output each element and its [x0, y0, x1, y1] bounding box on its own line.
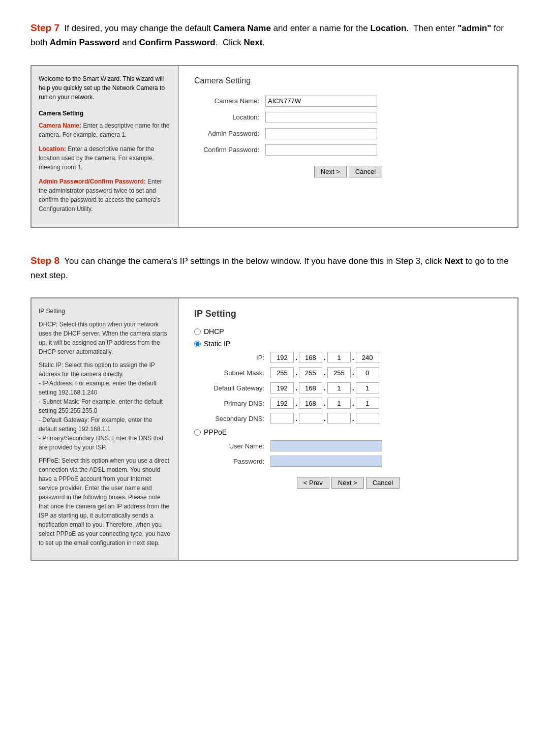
step7-wizard-panel: Welcome to the Smart Wizard. This wizard… — [30, 65, 518, 228]
step8-gateway-dot3: . — [352, 384, 355, 392]
step8-ip-dot2: . — [323, 353, 326, 361]
step8-secondary-dns-row: Secondary DNS: . . . — [194, 413, 502, 424]
step8-ip-part1[interactable] — [270, 352, 294, 363]
step8-gateway-part1[interactable] — [270, 382, 294, 394]
step8-password-row: Password: — [194, 456, 502, 467]
step8-subnet-dot1: . — [295, 369, 298, 377]
step8-gateway-part4[interactable] — [356, 382, 379, 394]
step8-pppoe-radio[interactable] — [194, 429, 201, 436]
step8-static-help: Static IP: Select this option to assign … — [39, 360, 171, 452]
step7-camera-name-label: Camera Name: — [194, 97, 265, 105]
step8-username-input[interactable] — [270, 440, 382, 451]
step8-static-radio-label[interactable]: Static IP — [204, 340, 230, 348]
step8-primary-dns-parts: . . . — [270, 398, 379, 409]
step8-gateway-part3[interactable] — [327, 382, 351, 394]
step8-prev-button[interactable]: < Prev — [297, 477, 329, 489]
step7-camera-name-input[interactable] — [265, 96, 377, 107]
step8-ip-dot1: . — [295, 353, 298, 361]
step8-subnet-part2[interactable] — [299, 367, 322, 378]
step8-primary-dns-row: Primary DNS: . . . — [194, 398, 502, 409]
step8-subnet-label: Subnet Mask: — [194, 369, 270, 377]
step7-admin-password-input[interactable] — [265, 128, 377, 139]
step7-next-button[interactable]: Next > — [314, 166, 347, 177]
step7-password-title: Admin Password/Confirm Password: — [39, 178, 146, 185]
step8-static-radio-row: Static IP — [194, 340, 502, 348]
step7-admin-password-row: Admin Password: — [194, 128, 502, 139]
step7-button-row: Next > Cancel — [194, 166, 502, 177]
step8-primary-dns-dot3: . — [352, 399, 355, 407]
step8-subnet-dot2: . — [323, 369, 326, 377]
step8-panel-title: IP Setting — [194, 309, 502, 319]
step8-secondary-dns-label: Secondary DNS: — [194, 415, 270, 422]
step7-camera-name-help: Camera Name: Enter a descriptive name fo… — [39, 121, 171, 139]
step8-username-row: User Name: — [194, 440, 502, 451]
step7-location-title: Location: — [39, 145, 66, 153]
step8-gateway-parts: . . . — [270, 382, 379, 394]
step8-secondary-dns-parts: . . . — [270, 413, 379, 424]
step8-primary-dns-dot2: . — [323, 399, 326, 407]
step8-ip-part2[interactable] — [299, 352, 322, 363]
step8-subnet-row: Subnet Mask: . . . — [194, 367, 502, 378]
step8-subnet-dot3: . — [352, 369, 355, 377]
step7-wizard-right: Camera Setting Camera Name: Location: Ad… — [179, 66, 517, 227]
step8-ip-part3[interactable] — [327, 352, 351, 363]
step7-panel-title: Camera Setting — [194, 76, 502, 85]
step7-section-title: Camera Setting — [39, 109, 171, 118]
step8-primary-dns-part4[interactable] — [356, 398, 379, 409]
step8-secondary-dns-part1[interactable] — [270, 413, 294, 424]
step7-password-help: Admin Password/Confirm Password: Enter t… — [39, 177, 171, 214]
step8-username-label: User Name: — [194, 442, 270, 450]
step7-location-label: Location: — [194, 113, 265, 121]
step7-label: Step 7 — [30, 22, 59, 33]
step8-dhcp-radio[interactable] — [194, 328, 201, 335]
step8-primary-dns-part3[interactable] — [327, 398, 351, 409]
step8-gateway-part2[interactable] — [299, 382, 322, 394]
step8-secondary-dns-part3[interactable] — [327, 413, 351, 424]
step8-primary-dns-label: Primary DNS: — [194, 400, 270, 407]
step8-subnet-part4[interactable] — [356, 367, 379, 378]
step8-ip-row: IP: . . . — [194, 352, 502, 363]
step7-confirm-password-label: Confirm Password: — [194, 146, 265, 154]
step8-secondary-dns-part2[interactable] — [299, 413, 322, 424]
step8-label: Step 8 — [30, 255, 59, 266]
step7-confirm-password-input[interactable] — [265, 144, 377, 156]
step7-admin-password-label: Admin Password: — [194, 130, 265, 137]
step8-password-input[interactable] — [270, 456, 382, 467]
step7-location-help: Location: Enter a descriptive name for t… — [39, 144, 171, 172]
step8-primary-dns-part1[interactable] — [270, 398, 294, 409]
step8-ip-part4[interactable] — [356, 352, 379, 363]
step8-pppoe-radio-label[interactable]: PPPoE — [204, 428, 227, 436]
step8-static-title: Static IP: — [39, 361, 63, 369]
step8-pppoe-help: PPPoE: Select this option when you use a… — [39, 456, 171, 548]
step8-dhcp-radio-label[interactable]: DHCP — [204, 327, 224, 336]
step8-secondary-dns-dot1: . — [295, 414, 298, 422]
step8-section-title: IP Setting — [39, 308, 65, 315]
step7-camera-name-title: Camera Name: — [39, 122, 81, 129]
step8-dhcp-title: DHCP: — [39, 321, 57, 328]
step8-gateway-dot2: . — [323, 384, 326, 392]
step8-secondary-dns-part4[interactable] — [356, 413, 379, 424]
step8-secondary-dns-dot3: . — [352, 414, 355, 422]
step8-gateway-row: Default Gateway: . . . — [194, 382, 502, 394]
step8-dhcp-help: DHCP: Select this option when your netwo… — [39, 320, 171, 356]
step7-cancel-button[interactable]: Cancel — [349, 166, 382, 177]
step8-cancel-button[interactable]: Cancel — [366, 477, 400, 489]
step8-password-label: Password: — [194, 458, 270, 465]
step8-static-radio[interactable] — [194, 341, 201, 347]
step8-primary-dns-part2[interactable] — [299, 398, 322, 409]
step8-dhcp-radio-row: DHCP — [194, 327, 502, 336]
step8-primary-dns-dot1: . — [295, 399, 298, 407]
step8-subnet-parts: . . . — [270, 367, 379, 378]
step8-subnet-part1[interactable] — [270, 367, 294, 378]
step8-gateway-label: Default Gateway: — [194, 384, 270, 392]
step7-location-input[interactable] — [265, 112, 377, 123]
step7-confirm-password-row: Confirm Password: — [194, 144, 502, 156]
step8-ip-parts: . . . — [270, 352, 379, 363]
step8-pppoe-radio-row: PPPoE — [194, 428, 502, 436]
step8-secondary-dns-dot2: . — [323, 414, 326, 422]
step8-wizard-left: IP Setting DHCP: Select this option when… — [32, 298, 179, 560]
step7-location-row: Location: — [194, 112, 502, 123]
step7-camera-name-row: Camera Name: — [194, 96, 502, 107]
step8-subnet-part3[interactable] — [327, 367, 351, 378]
step8-next-button[interactable]: Next > — [331, 477, 364, 489]
